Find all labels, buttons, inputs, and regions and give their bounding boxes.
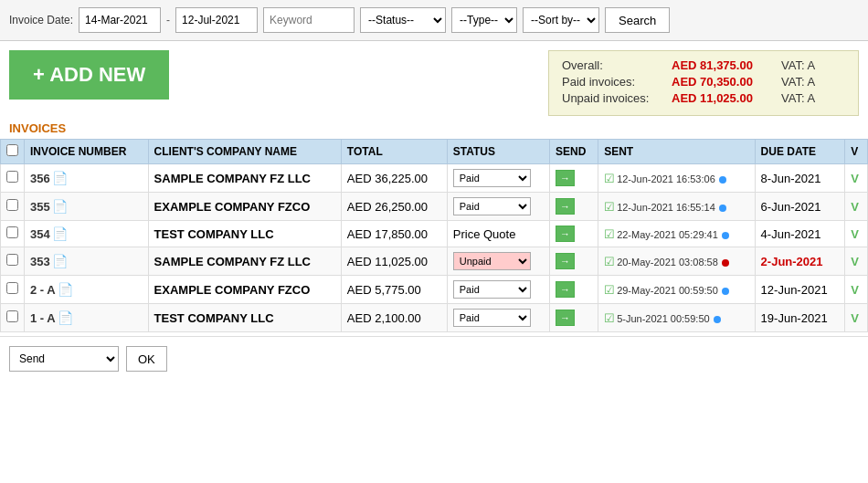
status-dropdown[interactable]: PaidUnpaidPrice Quote	[453, 280, 531, 299]
send-cell: →	[550, 193, 598, 221]
table-row: 355📄EXAMPLE COMPANY FZCOAED 26,250.00Pai…	[1, 193, 868, 221]
row-checkbox-cell	[1, 193, 25, 221]
send-cell: →	[550, 304, 598, 332]
ok-button[interactable]: OK	[126, 346, 167, 372]
header-invoice-number: INVOICE NUMBER	[25, 140, 149, 164]
v-cell[interactable]: V	[845, 193, 868, 221]
overall-amount: AED 81,375.00	[672, 58, 781, 72]
status-cell: PaidUnpaidPrice Quote	[447, 304, 549, 332]
invoice-number-cell: 1 - A📄	[25, 304, 149, 332]
table-row: 2 - A📄EXAMPLE COMPANY FZCOAED 5,775.00Pa…	[1, 276, 868, 304]
dot-indicator	[719, 205, 726, 212]
check-icon: ☑	[604, 311, 615, 325]
company-name-cell: SAMPLE COMPANY FZ LLC	[148, 164, 341, 193]
invoice-number[interactable]: 353	[30, 255, 50, 268]
v-cell[interactable]: V	[845, 164, 868, 193]
unpaid-row: Unpaid invoices: AED 11,025.00 VAT: A	[562, 91, 845, 105]
invoices-table: INVOICE NUMBER CLIENT'S COMPANY NAME TOT…	[0, 139, 868, 332]
invoice-number-cell: 355📄	[25, 193, 149, 221]
row-checkbox[interactable]	[6, 226, 18, 238]
row-checkbox[interactable]	[6, 171, 18, 183]
paid-amount: AED 70,350.00	[672, 75, 781, 89]
table-header-row: INVOICE NUMBER CLIENT'S COMPANY NAME TOT…	[1, 140, 868, 164]
invoice-number-cell: 353📄	[25, 247, 149, 276]
sort-select[interactable]: --Sort by-- Date Amount Status	[523, 7, 599, 33]
date-dash: -	[166, 14, 170, 26]
overall-label: Overall:	[562, 58, 672, 72]
table-row: 353📄SAMPLE COMPANY FZ LLCAED 11,025.00Pa…	[1, 247, 868, 276]
date-to-input[interactable]	[175, 7, 258, 33]
status-dropdown[interactable]: PaidUnpaidPrice Quote	[453, 197, 531, 215]
status-select[interactable]: --Status-- Paid Unpaid Price Quote	[360, 7, 446, 33]
sent-cell: ☑29-May-2021 00:59:50	[598, 276, 755, 304]
paid-row: Paid invoices: AED 70,350.00 VAT: A	[562, 75, 845, 89]
status-dropdown[interactable]: PaidUnpaidPrice Quote	[453, 252, 531, 270]
row-checkbox[interactable]	[6, 254, 18, 266]
check-icon: ☑	[604, 283, 615, 297]
row-checkbox[interactable]	[6, 199, 18, 211]
send-button[interactable]: →	[556, 281, 575, 298]
due-date-cell: 2-Jun-2021	[755, 247, 845, 276]
due-date: 8-Jun-2021	[755, 164, 845, 193]
header-v: V	[845, 140, 868, 164]
check-icon: ☑	[604, 255, 615, 268]
v-cell[interactable]: V	[845, 221, 868, 247]
send-button[interactable]: →	[556, 226, 575, 242]
dot-indicator	[714, 316, 721, 323]
dot-indicator	[722, 288, 729, 295]
total-cell: AED 17,850.00	[341, 221, 447, 247]
invoice-number[interactable]: 355	[30, 200, 50, 214]
table-row: 356📄SAMPLE COMPANY FZ LLCAED 36,225.00Pa…	[1, 164, 868, 193]
row-checkbox-cell	[1, 164, 25, 193]
row-checkbox[interactable]	[6, 282, 18, 294]
status-dropdown[interactable]: PaidUnpaidPrice Quote	[453, 309, 531, 327]
invoice-number[interactable]: 1 - A	[30, 311, 56, 325]
dot-indicator	[722, 232, 729, 239]
send-cell: →	[550, 164, 598, 193]
type-select[interactable]: --Type-- Invoice Quote	[451, 7, 517, 33]
v-cell[interactable]: V	[845, 247, 868, 276]
row-checkbox[interactable]	[6, 310, 18, 322]
company-name-cell: EXAMPLE COMPANY FZCO	[148, 276, 341, 304]
select-all-checkbox[interactable]	[6, 144, 18, 156]
summary-box: Overall: AED 81,375.00 VAT: A Paid invoi…	[548, 50, 859, 116]
bulk-action-select[interactable]: Send Download Delete	[9, 346, 119, 372]
invoices-label: INVOICES	[0, 120, 868, 139]
check-icon: ☑	[604, 227, 615, 241]
paid-label: Paid invoices:	[562, 75, 672, 89]
pdf-icon[interactable]: 📄	[52, 226, 68, 241]
keyword-input[interactable]	[263, 7, 355, 33]
invoice-number[interactable]: 356	[30, 172, 50, 185]
unpaid-amount: AED 11,025.00	[672, 91, 781, 105]
pdf-icon[interactable]: 📄	[52, 171, 68, 185]
sent-cell: ☑12-Jun-2021 16:55:14	[598, 193, 755, 221]
pdf-icon[interactable]: 📄	[52, 254, 68, 268]
total-cell: AED 26,250.00	[341, 193, 447, 221]
pdf-icon[interactable]: 📄	[58, 282, 73, 297]
send-button[interactable]: →	[556, 253, 575, 269]
paid-vat: VAT: A	[781, 75, 815, 89]
send-cell: →	[550, 247, 598, 276]
pdf-icon[interactable]: 📄	[52, 199, 68, 214]
date-from-input[interactable]	[79, 7, 161, 33]
send-button[interactable]: →	[556, 198, 575, 215]
status-cell: Price Quote	[447, 221, 549, 247]
sent-cell: ☑5-Jun-2021 00:59:50	[598, 304, 755, 332]
pdf-icon[interactable]: 📄	[58, 310, 73, 325]
v-cell[interactable]: V	[845, 276, 868, 304]
v-cell[interactable]: V	[845, 304, 868, 332]
send-button[interactable]: →	[556, 310, 575, 326]
add-new-button[interactable]: + ADD NEW	[9, 50, 169, 100]
overall-row: Overall: AED 81,375.00 VAT: A	[562, 58, 845, 72]
search-button[interactable]: Search	[605, 7, 670, 33]
check-icon: ☑	[604, 172, 615, 185]
company-name-cell: EXAMPLE COMPANY FZCO	[148, 193, 341, 221]
unpaid-label: Unpaid invoices:	[562, 91, 672, 105]
sent-cell: ☑20-May-2021 03:08:58	[598, 247, 755, 276]
check-icon: ☑	[604, 200, 615, 214]
invoice-number[interactable]: 354	[30, 227, 50, 241]
due-date: 6-Jun-2021	[755, 193, 845, 221]
status-dropdown[interactable]: PaidUnpaidPrice Quote	[453, 169, 531, 187]
invoice-number[interactable]: 2 - A	[30, 283, 56, 297]
send-button[interactable]: →	[556, 170, 575, 186]
